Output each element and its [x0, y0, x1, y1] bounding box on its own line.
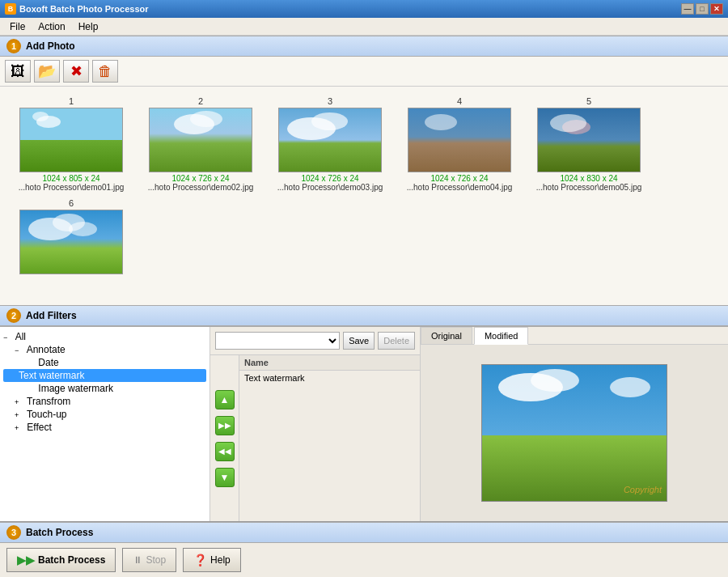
move-left-double-button[interactable]: ◀◀: [215, 442, 235, 461]
photo-path-1: ...hoto Processor\demo01.jpg: [19, 183, 125, 192]
photo-grid: 1 1024 x 805 x 24 ...hoto Processor\demo…: [6, 93, 722, 279]
photo-path-4: ...hoto Processor\demo04.jpg: [407, 183, 513, 192]
filter-list-header: Name: [239, 355, 420, 371]
filter-controls: Save Delete: [210, 327, 420, 355]
maximize-button[interactable]: □: [696, 3, 709, 15]
remove-button[interactable]: ✖: [63, 60, 89, 83]
photo-grid-area[interactable]: 1 1024 x 805 x 24 ...hoto Processor\demo…: [0, 87, 728, 305]
stop-label: Stop: [146, 554, 166, 566]
filter-middle-inner: ▲ ▶▶ ◀◀ ▼ Name Text watermark: [210, 355, 420, 521]
photo-dims-2: 1024 x 726 x 24: [171, 174, 229, 183]
expander-transform[interactable]: +: [15, 398, 24, 406]
add-photo-icon: 🖼: [11, 63, 25, 80]
expander-text-watermark: [6, 372, 16, 380]
photo-num-6: 6: [69, 198, 74, 208]
stop-icon: ⏸: [133, 554, 142, 566]
section1-header: 1 Add Photo: [0, 36, 728, 57]
clear-button[interactable]: 🗑: [92, 60, 118, 83]
photo-toolbar: 🖼 📂 ✖ 🗑: [0, 57, 728, 87]
expander-date: [26, 359, 36, 367]
main-content: 1 Add Photo 🖼 📂 ✖ 🗑 1: [0, 36, 728, 577]
stop-button[interactable]: ⏸ Stop: [122, 548, 176, 572]
expander-annotate[interactable]: −: [15, 346, 24, 354]
preview-panel: Original Modified Copyright: [421, 327, 728, 521]
menu-help[interactable]: Help: [72, 19, 105, 34]
photo-item-2[interactable]: 2 1024 x 726 x 24 ...hoto Processor\demo…: [136, 93, 265, 195]
help-label: Help: [210, 554, 231, 566]
photo-path-3: ...hoto Processor\demo03.jpg: [277, 183, 383, 192]
close-button[interactable]: ✕: [710, 3, 723, 15]
photo-thumb-4: [408, 108, 511, 172]
filters-tree: − All − Annotate Date Text watermark Ima…: [0, 327, 210, 521]
section3-label: Batch Process: [26, 527, 93, 538]
filter-arrows: ▲ ▶▶ ◀◀ ▼: [210, 355, 239, 521]
section3-number: 3: [6, 525, 21, 540]
play-icon: ▶▶: [17, 554, 35, 566]
section2-number: 2: [6, 308, 21, 323]
filter-preset-select[interactable]: [215, 332, 340, 350]
menu-action[interactable]: Action: [32, 19, 71, 34]
tree-item-annotate[interactable]: − Annotate: [3, 343, 206, 356]
tab-original[interactable]: Original: [421, 327, 472, 344]
add-folder-button[interactable]: 📂: [34, 60, 60, 83]
help-icon: ❓: [193, 554, 207, 566]
filter-delete-button[interactable]: Delete: [378, 332, 415, 350]
tree-item-touchup[interactable]: + Touch-up: [3, 408, 206, 421]
preview-copyright: Copyright: [624, 485, 662, 494]
expander-image-watermark: [26, 385, 36, 393]
minimize-button[interactable]: —: [681, 3, 694, 15]
tree-item-image-watermark[interactable]: Image watermark: [3, 382, 206, 395]
filter-list-item-1[interactable]: Text watermark: [239, 371, 420, 385]
tree-item-text-watermark[interactable]: Text watermark: [3, 369, 206, 382]
move-right-double-button[interactable]: ▶▶: [215, 416, 235, 435]
menu-file[interactable]: File: [3, 19, 32, 34]
photo-item-1[interactable]: 1 1024 x 805 x 24 ...hoto Processor\demo…: [6, 93, 136, 195]
photo-dims-4: 1024 x 726 x 24: [430, 174, 488, 183]
photo-thumb-5: [537, 108, 641, 172]
expander-touchup[interactable]: +: [15, 411, 24, 419]
titlebar: B Boxoft Batch Photo Processor — □ ✕: [0, 0, 728, 18]
filter-list-area: Name Text watermark: [239, 355, 420, 521]
photo-thumb-1: [19, 108, 123, 172]
photo-item-3[interactable]: 3 1024 x 726 x 24 ...hoto Processor\demo…: [265, 93, 395, 195]
tree-item-date[interactable]: Date: [3, 356, 206, 369]
preview-tabs: Original Modified: [421, 327, 728, 345]
tab-modified[interactable]: Modified: [474, 327, 529, 345]
photo-num-4: 4: [457, 96, 462, 106]
section1-number: 1: [6, 39, 21, 53]
preview-image-area: Copyright: [421, 345, 728, 521]
photo-thumb-3: [278, 108, 382, 172]
clear-icon: 🗑: [98, 63, 112, 80]
app-title: Boxoft Batch Photo Processor: [19, 4, 149, 14]
photo-path-2: ...hoto Processor\demo02.jpg: [148, 183, 254, 192]
photo-item-6[interactable]: 6: [6, 195, 136, 279]
section2-header: 2 Add Filters: [0, 305, 728, 326]
batch-section: 3 Batch Process ▶▶ Batch Process ⏸ Stop …: [0, 521, 728, 577]
help-button[interactable]: ❓ Help: [183, 548, 241, 572]
expander-all[interactable]: −: [3, 333, 13, 342]
expander-effect[interactable]: +: [15, 424, 24, 432]
tree-item-transform[interactable]: + Transfrom: [3, 395, 206, 408]
photo-item-4[interactable]: 4 1024 x 726 x 24 ...hoto Processor\demo…: [395, 93, 524, 195]
move-up-button[interactable]: ▲: [215, 390, 235, 409]
tree-item-effect[interactable]: + Effect: [3, 421, 206, 434]
photo-num-2: 2: [198, 96, 203, 106]
photo-dims-5: 1024 x 830 x 24: [560, 174, 617, 183]
menubar: File Action Help: [0, 18, 728, 36]
photo-item-5[interactable]: 5 1024 x 830 x 24 ...hoto Processor\demo…: [524, 93, 654, 195]
photo-thumb-6: [19, 210, 123, 274]
section1-label: Add Photo: [26, 40, 75, 52]
move-down-button[interactable]: ▼: [215, 468, 235, 487]
preview-image: Copyright: [481, 364, 667, 502]
add-photo-button[interactable]: 🖼: [5, 60, 31, 83]
batch-toolbar: ▶▶ Batch Process ⏸ Stop ❓ Help: [0, 543, 728, 577]
section3-header: 3 Batch Process: [0, 522, 728, 543]
batch-process-button[interactable]: ▶▶ Batch Process: [6, 548, 116, 572]
filters-area: − All − Annotate Date Text watermark Ima…: [0, 326, 728, 521]
filter-save-button[interactable]: Save: [343, 332, 375, 350]
tree-item-all[interactable]: − All: [3, 330, 206, 343]
section2-label: Add Filters: [26, 310, 77, 321]
photo-dims-1: 1024 x 805 x 24: [42, 174, 99, 183]
batch-process-label: Batch Process: [38, 554, 105, 566]
filter-middle-panel: Save Delete ▲ ▶▶ ◀◀ ▼ Name Text watermar…: [210, 327, 421, 521]
